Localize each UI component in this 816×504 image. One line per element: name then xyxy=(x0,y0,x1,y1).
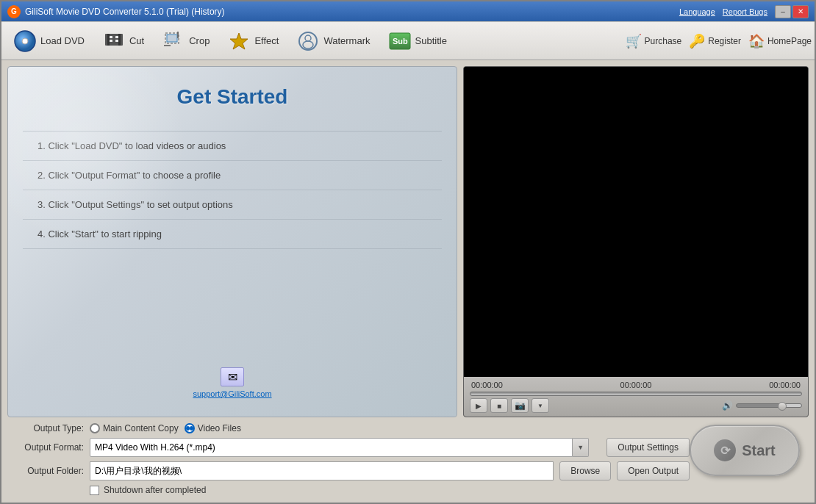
video-files-radio[interactable]: Video Files xyxy=(185,423,241,433)
email-icon: ✉ xyxy=(221,367,244,386)
time-start: 00:00:00 xyxy=(471,381,503,389)
register-label: Register xyxy=(708,36,741,46)
homepage-button[interactable]: 🏠 HomePage xyxy=(748,33,812,49)
homepage-label: HomePage xyxy=(767,36,812,46)
output-format-label: Output Format: xyxy=(10,442,84,453)
svg-point-15 xyxy=(303,41,313,48)
step-4: 4. Click "Start" to start ripping xyxy=(23,220,442,249)
output-folder-label: Output Folder: xyxy=(10,466,84,476)
app-icon: G xyxy=(7,5,21,18)
svg-rect-6 xyxy=(110,40,112,42)
window-title: GiliSoft Movie DVD Converter 5.1.0 (Tria… xyxy=(25,7,225,17)
crop-button[interactable]: Crop xyxy=(153,25,218,57)
volume-slider[interactable] xyxy=(736,403,802,408)
play-button[interactable]: ▶ xyxy=(470,398,487,413)
dropdown-button[interactable]: ▼ xyxy=(532,398,549,413)
register-button[interactable]: 🔑 Register xyxy=(689,33,741,49)
crop-label: Crop xyxy=(189,35,210,46)
svg-point-1 xyxy=(22,38,28,44)
open-output-button[interactable]: Open Output xyxy=(617,461,690,480)
home-icon: 🏠 xyxy=(748,33,765,49)
svg-text:Sub: Sub xyxy=(393,37,408,46)
support-email-link[interactable]: support@GiliSoft.com xyxy=(193,389,271,398)
video-files-label: Video Files xyxy=(198,423,241,433)
watermark-button[interactable]: Watermark xyxy=(287,25,379,57)
svg-rect-10 xyxy=(167,35,177,42)
load-dvd-button[interactable]: Load DVD xyxy=(4,25,93,57)
start-button[interactable]: ⟳ Start xyxy=(690,425,800,476)
subtitle-label: Subtitle xyxy=(415,35,447,46)
video-files-radio-indicator xyxy=(185,423,195,433)
svg-rect-8 xyxy=(115,40,118,42)
main-content-copy-radio-indicator xyxy=(90,423,100,433)
time-end: 00:00:00 xyxy=(769,381,801,389)
start-label: Start xyxy=(742,442,776,459)
subtitle-icon: Sub xyxy=(388,29,412,53)
effect-label: Effect xyxy=(254,35,279,46)
register-icon: 🔑 xyxy=(689,33,705,49)
svg-point-16 xyxy=(305,35,311,41)
report-bugs-link[interactable]: Report Bugs xyxy=(723,7,767,16)
close-button[interactable]: ✕ xyxy=(792,5,809,18)
video-display xyxy=(464,67,808,377)
format-combo[interactable]: MP4 Video With H.264 (*.mp4) xyxy=(90,438,573,457)
folder-path-input[interactable] xyxy=(90,461,554,480)
cut-icon xyxy=(102,29,126,53)
shutdown-checkbox[interactable] xyxy=(90,486,99,495)
time-mid: 00:00:00 xyxy=(620,381,652,389)
snapshot-button[interactable]: 📷 xyxy=(511,398,529,413)
main-content-copy-label: Main Content Copy xyxy=(103,423,179,433)
shutdown-label: Shutdown after completed xyxy=(104,485,206,495)
subtitle-button[interactable]: Sub Subtitle xyxy=(379,25,456,57)
get-started-title: Get Started xyxy=(177,85,288,109)
main-content-copy-radio[interactable]: Main Content Copy xyxy=(90,423,179,433)
purchase-button[interactable]: 🛒 Purchase xyxy=(626,33,682,49)
step-1: 1. Click "Load DVD" to load videos or au… xyxy=(23,132,442,161)
svg-rect-3 xyxy=(107,34,110,46)
progress-bar[interactable] xyxy=(470,392,802,396)
purchase-label: Purchase xyxy=(645,36,682,46)
minimize-button[interactable]: – xyxy=(775,5,791,18)
output-type-label: Output Type: xyxy=(10,423,84,433)
start-icon: ⟳ xyxy=(714,439,736,461)
browse-button[interactable]: Browse xyxy=(559,461,611,480)
format-value: MP4 Video With H.264 (*.mp4) xyxy=(95,442,215,453)
effect-button[interactable]: Effect xyxy=(218,25,287,57)
watermark-icon xyxy=(296,29,320,53)
watermark-label: Watermark xyxy=(323,35,370,46)
purchase-icon: 🛒 xyxy=(626,33,642,49)
load-dvd-label: Load DVD xyxy=(40,35,85,46)
svg-rect-7 xyxy=(115,36,118,38)
app-icon-letter: G xyxy=(11,7,17,15)
step-3: 3. Click "Output Settings" to set output… xyxy=(23,190,442,220)
svg-marker-13 xyxy=(230,33,248,49)
output-settings-button[interactable]: Output Settings xyxy=(606,438,690,457)
load-dvd-icon xyxy=(13,29,37,53)
cut-button[interactable]: Cut xyxy=(93,25,153,57)
volume-icon: 🔊 xyxy=(722,400,733,411)
step-2: 2. Click "Output Format" to choose a pro… xyxy=(23,161,442,190)
cut-label: Cut xyxy=(129,35,144,46)
crop-icon xyxy=(162,29,185,53)
stop-button[interactable]: ■ xyxy=(490,398,508,413)
format-combo-arrow[interactable]: ▼ xyxy=(573,438,589,457)
language-link[interactable]: Language xyxy=(679,7,715,16)
svg-rect-4 xyxy=(118,34,121,46)
svg-rect-5 xyxy=(110,36,112,38)
effect-icon xyxy=(227,29,251,53)
